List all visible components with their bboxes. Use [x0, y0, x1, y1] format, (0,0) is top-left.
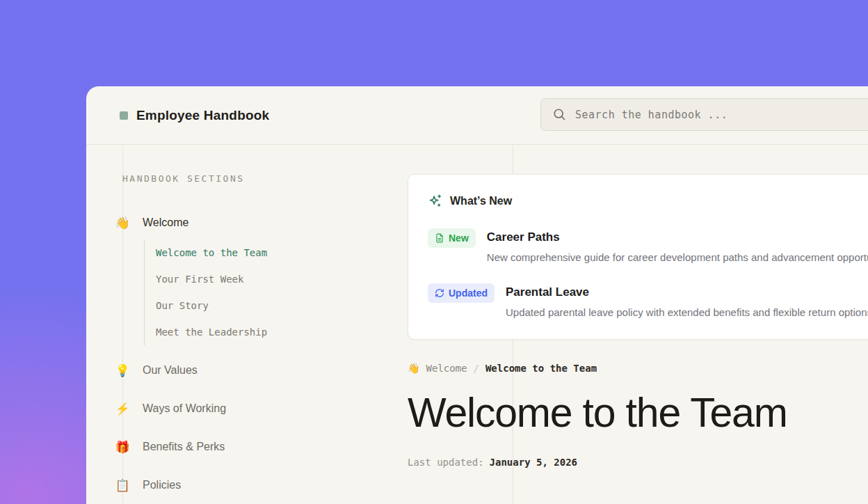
whats-new-item-description: New comprehensive guide for career devel…	[487, 251, 868, 263]
whats-new-item-parental-leave[interactable]: Updated Parental Leave Updated parental …	[428, 283, 868, 318]
sidebar-item-label: Ways of Working	[143, 402, 226, 415]
sidebar-subitem-welcome-to-the-team[interactable]: Welcome to the Team	[145, 239, 406, 266]
refresh-icon	[435, 288, 444, 298]
whats-new-item-title: Parental Leave	[506, 283, 868, 301]
new-badge: New	[428, 228, 476, 248]
breadcrumb-current-page: Welcome to the Team	[485, 363, 597, 374]
whats-new-card: What’s New New Career Paths New comprehe…	[408, 174, 868, 340]
whats-new-item-career-paths[interactable]: New Career Paths New comprehensive guide…	[428, 228, 868, 263]
clipboard-emoji-icon: 📋	[114, 480, 131, 491]
whats-new-item-title: Career Paths	[487, 228, 868, 246]
sidebar-item-policies[interactable]: 📋 Policies	[86, 477, 406, 494]
search-input[interactable]: Search the handbook ...	[540, 98, 868, 131]
sidebar-subitem-your-first-week[interactable]: Your First Week	[145, 266, 406, 292]
sidebar-item-label: Welcome	[143, 216, 188, 229]
updated-badge: Updated	[428, 283, 495, 303]
sidebar-subitem-our-story[interactable]: Our Story	[145, 292, 406, 319]
badge-label: New	[449, 233, 469, 244]
lightbulb-emoji-icon: 💡	[114, 365, 131, 377]
sidebar-subitem-meet-the-leadership[interactable]: Meet the Leadership	[145, 319, 406, 345]
sidebar-section-label: HANDBOOK SECTIONS	[122, 173, 406, 184]
breadcrumb-section-link[interactable]: Welcome	[426, 363, 467, 374]
sidebar-item-welcome[interactable]: 👋 Welcome	[86, 214, 406, 231]
page-title: Welcome to the Team	[408, 389, 868, 436]
file-text-icon	[435, 233, 444, 243]
app-logo-icon	[120, 111, 128, 120]
breadcrumb: 👋 Welcome / Welcome to the Team	[408, 363, 868, 374]
search-placeholder: Search the handbook ...	[575, 109, 728, 121]
breadcrumb-separator: /	[473, 363, 479, 374]
main-content: What’s New New Career Paths New comprehe…	[408, 145, 868, 468]
app-header: Employee Handbook Search the handbook ..…	[86, 86, 868, 145]
gift-emoji-icon: 🎁	[114, 441, 131, 453]
wave-emoji-icon: 👋	[114, 217, 131, 229]
sidebar-item-label: Our Values	[143, 364, 198, 377]
whats-new-item-body: Parental Leave Updated parental leave po…	[506, 283, 868, 318]
sidebar: HANDBOOK SECTIONS 👋 Welcome Welcome to t…	[86, 145, 406, 494]
whats-new-header: What’s New	[428, 194, 868, 208]
sidebar-item-our-values[interactable]: 💡 Our Values	[86, 362, 406, 379]
sidebar-item-label: Benefits & Perks	[143, 441, 225, 453]
whats-new-title: What’s New	[450, 195, 512, 207]
sidebar-item-ways-of-working[interactable]: ⚡ Ways of Working	[86, 400, 406, 417]
sidebar-item-label: Policies	[143, 479, 181, 491]
sidebar-nav: 👋 Welcome Welcome to the Team Your First…	[86, 214, 406, 494]
last-updated-value: January 5, 2026	[490, 457, 577, 468]
badge-label: Updated	[449, 288, 488, 299]
last-updated-row: Last updated:January 5, 2026	[408, 457, 868, 468]
app-title: Employee Handbook	[136, 108, 269, 123]
whats-new-item-description: Updated parental leave policy with exten…	[506, 306, 868, 318]
whats-new-item-body: Career Paths New comprehensive guide for…	[487, 228, 868, 263]
sparkles-icon	[428, 194, 442, 208]
sidebar-item-benefits-perks[interactable]: 🎁 Benefits & Perks	[86, 439, 406, 455]
last-updated-label: Last updated:	[408, 457, 484, 468]
wave-emoji-icon: 👋	[408, 363, 419, 374]
lightning-emoji-icon: ⚡	[114, 403, 131, 415]
search-icon	[553, 108, 566, 121]
sidebar-sublist-welcome: Welcome to the Team Your First Week Our …	[144, 239, 406, 345]
handbook-window: Employee Handbook Search the handbook ..…	[86, 86, 868, 504]
